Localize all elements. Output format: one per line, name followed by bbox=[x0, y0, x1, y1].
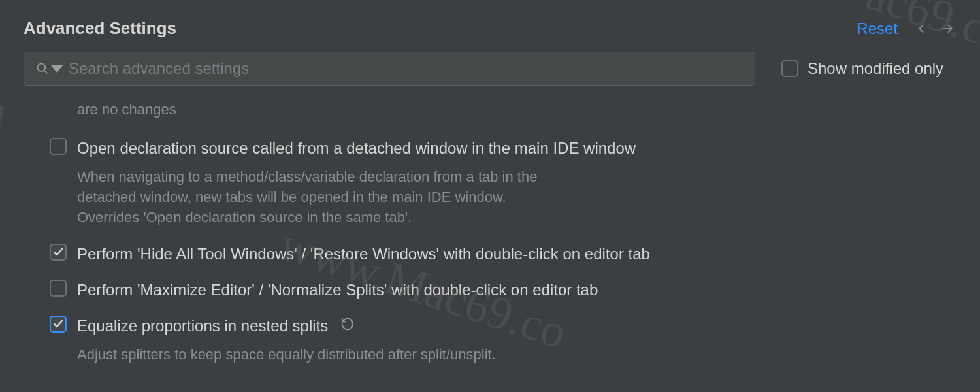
setting-description: Adjust splitters to keep space equally d… bbox=[50, 345, 546, 365]
back-arrow-icon[interactable] bbox=[913, 21, 929, 37]
svg-point-1 bbox=[38, 64, 46, 72]
revert-icon[interactable] bbox=[340, 317, 355, 331]
chevron-down-icon bbox=[50, 62, 63, 75]
reset-link[interactable]: Reset bbox=[857, 20, 898, 38]
svg-marker-3 bbox=[50, 65, 63, 73]
page-title: Advanced Settings bbox=[24, 18, 176, 39]
show-modified-label: Show modified only bbox=[808, 59, 943, 78]
setting-description: When navigating to a method/class/variab… bbox=[50, 167, 546, 227]
search-input[interactable] bbox=[69, 59, 743, 78]
show-modified-checkbox[interactable] bbox=[781, 60, 798, 77]
setting-checkbox-maximize-editor[interactable] bbox=[50, 280, 67, 297]
search-box[interactable] bbox=[24, 52, 755, 86]
forward-arrow-icon[interactable] bbox=[939, 21, 955, 37]
setting-label: Open declaration source called from a de… bbox=[77, 138, 636, 158]
svg-line-2 bbox=[44, 71, 48, 74]
setting-checkbox-hide-all-tool-windows[interactable] bbox=[50, 244, 67, 261]
setting-label: Equalize proportions in nested splits bbox=[77, 316, 355, 336]
setting-checkbox-equalize-proportions[interactable] bbox=[50, 316, 67, 333]
setting-label: Perform 'Maximize Editor' / 'Normalize S… bbox=[77, 280, 598, 300]
search-icon bbox=[36, 62, 63, 75]
setting-checkbox-open-declaration[interactable] bbox=[50, 138, 67, 155]
setting-label: Perform 'Hide All Tool Windows' / 'Resto… bbox=[77, 244, 650, 264]
partial-description: are no changes bbox=[50, 101, 956, 118]
